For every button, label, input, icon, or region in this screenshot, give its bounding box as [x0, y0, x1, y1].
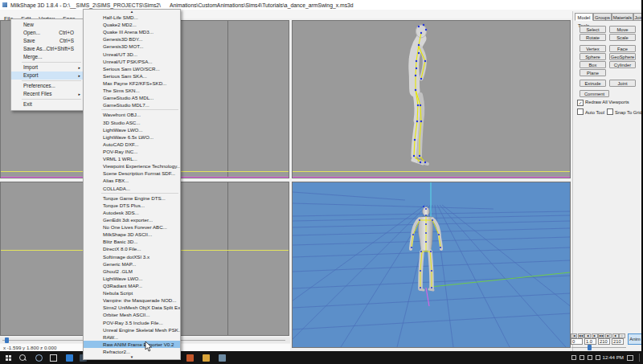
viewport-perspective[interactable] [292, 182, 571, 348]
extrude-button[interactable]: Extrude [580, 80, 606, 87]
anim-slider-thumb[interactable] [588, 345, 592, 350]
export-menu-item-wavefront-obj-[interactable]: Wavefront OBJ... [84, 111, 180, 118]
export-menu-item-lightwave-lwo-[interactable]: LightWave LWO... [84, 275, 180, 282]
sphere-button[interactable]: Sphere [580, 53, 606, 60]
face-button[interactable]: Face [609, 45, 636, 52]
scale-button[interactable]: Scale [609, 34, 636, 41]
export-menu-item-unreal-ut-3d-[interactable]: Unreal/UT 3D... [84, 51, 180, 58]
export-menu-item-raw-[interactable]: RAW... [84, 333, 180, 341]
export-menu-item-torque-dts-plus-[interactable]: Torque DTS Plus... [84, 202, 180, 209]
export-menu-item-gamestudio-mdl7-[interactable]: GameStudio MDL7... [84, 101, 180, 108]
export-menu-item-pov-ray-3-5-include-file-[interactable]: POV-Ray 3.5 Include File... [84, 318, 180, 325]
pinned-app-gold-icon[interactable] [199, 351, 212, 364]
export-menu-item-genesis3d-bdy-[interactable]: Genesis3D BDY... [84, 35, 180, 43]
plane-button[interactable]: Plane [580, 69, 606, 76]
export-menu-item-no-one-lives-forever-abc-[interactable]: No One Lives Forever ABC... [84, 223, 180, 231]
checkbox-auto-tool[interactable] [577, 108, 584, 115]
export-menu-item-nebula-script[interactable]: Nebula Script [84, 289, 180, 297]
file-menu-item-recent-files[interactable]: Recent Files▸ [11, 90, 83, 98]
tab-model[interactable]: Model [575, 13, 593, 21]
export-menu-item-collada-[interactable]: COLLADA... [84, 185, 180, 192]
export-menu-item-serious-sam-lwo-scr-[interactable]: Serious Sam LWO/SCR... [84, 65, 180, 72]
viewport-top-right[interactable] [292, 20, 571, 178]
anim-frame-field-3[interactable]: 210 [612, 338, 624, 345]
file-menu-item-save-as-[interactable]: Save As...Ctrl+Shift+S [11, 45, 83, 53]
anim-slider-track[interactable] [571, 347, 626, 348]
file-menu-item-save[interactable]: SaveCtrl+S [11, 37, 83, 45]
checkbox-label[interactable]: Auto Tool [577, 108, 604, 116]
search-icon[interactable] [16, 351, 29, 364]
export-menu-item-genedit-3dt-exporter-[interactable]: GenEdit 3dt exporter... [84, 216, 180, 223]
select-button[interactable]: Select [580, 26, 606, 33]
checkbox-label[interactable]: Snap To Grid [607, 108, 642, 116]
timeline-thumb[interactable] [5, 337, 9, 343]
export-menu-item-pov-ray-inc-[interactable]: POV-Ray INC... [84, 148, 180, 155]
file-menu-item-merge-[interactable]: Merge... [11, 53, 83, 61]
export-menu-item-orbiter-mesh-ascii-[interactable]: Orbiter Mesh ASCII... [84, 311, 180, 318]
start-button[interactable] [2, 351, 14, 364]
rotate-button[interactable]: Rotate [580, 34, 606, 41]
action-center-icon[interactable] [624, 351, 637, 364]
export-menu-item-blitz-basic-3d-[interactable]: Blitz Basic 3D... [84, 238, 180, 245]
export-menu-item-generic-map-[interactable]: Generic MAP... [84, 260, 180, 268]
file-menu-item-preferences-[interactable]: Preferences... [11, 82, 83, 90]
checkbox-snap-to-grid[interactable] [607, 108, 613, 115]
task-view-icon[interactable] [47, 351, 59, 364]
export-menu-item-directx-8-0-file-[interactable]: DirectX 8.0 File... [84, 245, 180, 252]
export-menu-item-autocad-dxf-[interactable]: AutoCAD DXF... [84, 141, 180, 148]
file-menu-item-import[interactable]: Import▸ [11, 63, 83, 72]
export-menu-item-lightwave-lwo-[interactable]: LightWave LWO... [84, 126, 180, 133]
move-button[interactable]: Move [609, 26, 636, 33]
export-menu-item-alias-fbx-[interactable]: Alias FBX... [84, 177, 180, 184]
file-menu-item-new[interactable]: New [11, 21, 83, 29]
vertex-button[interactable]: Vertex [580, 45, 606, 52]
export-menu-item-sims2-unimesh-objx-data-split-export-v4-09[interactable]: Sims2 UniMesh ObjX Data Split Export V4.… [84, 304, 180, 311]
app-blue-icon[interactable] [63, 351, 76, 364]
show-desktop-divider[interactable] [639, 354, 640, 362]
tab-materials[interactable]: Materials [612, 13, 633, 21]
tab-groups[interactable]: Groups [593, 13, 612, 21]
export-menu-item-raw-anim-frame-exporter-v0-2[interactable]: Raw ANIM Frame Exporter V0.2 [84, 341, 180, 348]
file-menu-item-open-[interactable]: Open...Ctrl+O [11, 29, 83, 37]
checkbox-redraw-all-viewports[interactable]: ✓ [577, 100, 584, 106]
anim-frame-field-2[interactable]: 210 [598, 338, 610, 345]
export-menu-item-autodesk-3ds-[interactable]: Autodesk 3DS... [84, 209, 180, 216]
export-menu-item-lightwave-6-5x-lwo-[interactable]: LightWave 6.5x LWO... [84, 133, 180, 141]
cortana-icon[interactable] [32, 351, 45, 364]
pinned-app-orange-icon[interactable] [183, 351, 196, 364]
file-menu-item-export[interactable]: Export▸ [11, 72, 83, 80]
export-menu-item-vrml-1-wrl-[interactable]: VRML 1 WRL... [84, 155, 180, 162]
taskbar-clock[interactable]: 12:44 PM [603, 351, 624, 364]
export-menu-item-q3radiant-map-[interactable]: Q3Radiant MAP... [84, 282, 180, 289]
export-menu-item-unreal-engine-skeletal-mesh-psk-[interactable]: Unreal Engine Skeletal Mesh PSK... [84, 326, 180, 333]
export-menu-item-milkshape-3d-ascii-[interactable]: MilkShape 3D ASCII... [84, 231, 180, 238]
export-menu-item-serious-sam-ska-[interactable]: Serious Sam SKA... [84, 72, 180, 80]
comment-button[interactable]: Comment [580, 90, 609, 97]
export-menu-item-torque-game-engine-dts-[interactable]: Torque Game Engine DTS... [84, 194, 180, 202]
export-menu-item-refractor2-[interactable]: Refractor2... [84, 348, 180, 355]
export-menu-item-viewpoint-experience-technology-[interactable]: Viewpoint Experience Technology... [84, 162, 180, 170]
cylinder-button[interactable]: Cylinder [609, 61, 636, 68]
menu-scroll-down-icon[interactable]: ▼ [84, 355, 180, 359]
export-menu-item-gamestudio-a5-mdl-[interactable]: GameStudio A5 MDL... [84, 94, 180, 101]
checkbox-label[interactable]: ✓Redraw All Viewports [577, 100, 629, 106]
export-menu-item-ghoul2-glm[interactable]: Ghoul2 .GLM [84, 268, 180, 275]
joint-button[interactable]: Joint [609, 80, 636, 87]
export-menu-item-scene-description-format-sdf-[interactable]: Scene Description Format SDF... [84, 170, 180, 177]
tray-usb-icon[interactable] [592, 351, 604, 364]
box-button[interactable]: Box [580, 61, 606, 68]
anim-frame-field-0[interactable]: 0 [571, 338, 583, 345]
export-menu-item-unreal-ut-psk-psa-[interactable]: Unreal/UT PSK/PSA... [84, 58, 180, 65]
export-menu-item-vampire-the-masquerade-nod-[interactable]: Vampire: the Masquerade NOD... [84, 297, 180, 304]
geosphere-button[interactable]: GeoSphere [609, 53, 636, 60]
export-menu-item-softimage-dotxsi-3-x[interactable]: Softimage dotXSI 3.x [84, 253, 180, 260]
export-menu-item-max-payne-kf2-kfs-skd-[interactable]: Max Payne KF2/KFS+SKD... [84, 80, 180, 87]
pinned-app-steel-icon[interactable] [215, 351, 228, 364]
export-menu-item-quake-iii-arena-md3-[interactable]: Quake III Arena MD3... [84, 28, 180, 35]
export-menu-item-genesis3d-mot-[interactable]: Genesis3D MOT... [84, 43, 180, 50]
anim-frame-field-1[interactable]: 1.0 [584, 338, 596, 345]
export-menu-item-half-life-smd-[interactable]: Half-Life SMD... [84, 14, 180, 21]
file-menu-item-exit[interactable]: Exit [11, 100, 83, 108]
export-menu-item-the-sims-skn-[interactable]: The Sims SKN... [84, 87, 180, 94]
export-menu-item-quake2-md2-[interactable]: Quake2 MD2... [84, 21, 180, 28]
